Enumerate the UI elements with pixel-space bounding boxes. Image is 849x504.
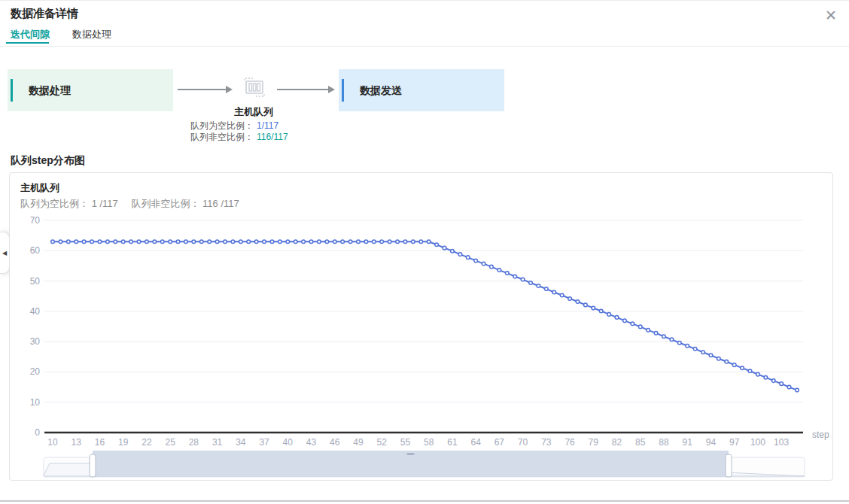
queue-nonempty-ratio-label: 队列非空比例： — [178, 132, 254, 143]
svg-text:13: 13 — [72, 437, 82, 448]
page-title: 数据准备详情 — [11, 7, 78, 21]
svg-text:16: 16 — [95, 437, 105, 448]
svg-text:70: 70 — [518, 437, 528, 448]
svg-text:103: 103 — [774, 437, 789, 448]
svg-text:40: 40 — [30, 306, 41, 317]
page-bottom-border — [0, 500, 849, 502]
svg-text:82: 82 — [612, 437, 622, 448]
svg-text:49: 49 — [353, 437, 364, 448]
svg-text:30: 30 — [30, 336, 41, 347]
svg-text:58: 58 — [424, 437, 434, 448]
queue-stats: 队列为空比例： 1/117 队列非空比例： 116/117 — [178, 120, 336, 143]
series-line — [53, 241, 797, 390]
svg-text:28: 28 — [189, 437, 199, 448]
svg-text:91: 91 — [683, 437, 693, 448]
accent-bar — [11, 79, 13, 102]
flow-arrow-2 — [277, 89, 328, 90]
close-icon[interactable]: ✕ — [825, 8, 837, 23]
svg-text:25: 25 — [165, 437, 175, 448]
svg-text:22: 22 — [142, 437, 152, 448]
svg-text:88: 88 — [659, 437, 669, 448]
svg-text:97: 97 — [729, 437, 740, 448]
svg-text:46: 46 — [330, 437, 340, 448]
flow-node-label: 数据发送 — [360, 69, 402, 111]
queue-empty-ratio-value: 1/117 — [257, 120, 278, 132]
flow-node-label: 数据处理 — [29, 69, 71, 111]
svg-text:31: 31 — [212, 437, 223, 448]
svg-text:0: 0 — [35, 427, 40, 438]
queue-step-line-chart[interactable]: 0102030405060701013161922252831343740434… — [10, 173, 834, 481]
svg-text:76: 76 — [564, 437, 575, 448]
x-axis-name: step — [812, 430, 829, 440]
svg-text:73: 73 — [541, 437, 552, 448]
svg-text:20: 20 — [30, 366, 41, 377]
tabs-divider — [0, 46, 849, 47]
svg-text:79: 79 — [589, 437, 599, 448]
svg-text:10: 10 — [30, 397, 41, 408]
svg-text:61: 61 — [447, 437, 458, 448]
svg-text:34: 34 — [236, 437, 246, 448]
section-title: 队列step分布图 — [11, 154, 85, 168]
datazoom-handle-left[interactable] — [90, 454, 96, 477]
series-points — [51, 240, 799, 392]
queue-icon[interactable] — [242, 76, 266, 100]
series-host-queue[interactable] — [51, 240, 799, 392]
x-axis-labels: 1013161922252831343740434649525558616467… — [47, 437, 789, 448]
flow-node-data-processing[interactable]: 数据处理 — [8, 69, 173, 111]
queue-step-chart-card: 主机队列 队列为空比例： 1 /117 队列非空比例： 116 /117 010… — [9, 172, 833, 481]
flow-node-data-send[interactable]: 数据发送 — [339, 69, 504, 111]
svg-text:94: 94 — [706, 437, 717, 448]
queue-nonempty-ratio-value: 116/117 — [257, 132, 288, 143]
svg-text:100: 100 — [750, 437, 765, 448]
tab-data-processing[interactable]: 数据处理 — [72, 28, 111, 47]
svg-text:40: 40 — [283, 437, 294, 448]
svg-text:37: 37 — [259, 437, 269, 448]
svg-text:85: 85 — [635, 437, 646, 448]
svg-text:19: 19 — [118, 437, 129, 448]
y-axis-labels: 010203040506070 — [30, 215, 41, 438]
tab-bar: 迭代间隙 数据处理 — [11, 28, 111, 47]
svg-text:64: 64 — [470, 437, 481, 448]
svg-text:67: 67 — [494, 437, 505, 448]
queue-empty-ratio-label: 队列为空比例： — [178, 120, 254, 132]
svg-text:52: 52 — [377, 437, 388, 448]
svg-text:43: 43 — [306, 437, 317, 448]
active-tab-underline — [6, 42, 49, 44]
flow-arrow-1 — [178, 89, 226, 90]
svg-text:70: 70 — [30, 215, 41, 226]
grid-lines — [44, 220, 803, 402]
datazoom-move-grip[interactable] — [407, 453, 415, 455]
svg-text:55: 55 — [400, 437, 411, 448]
tab-iteration-gap[interactable]: 迭代间隙 — [11, 28, 50, 47]
chevron-left-icon: ◀ — [2, 250, 7, 257]
queue-node-title: 主机队列 — [212, 105, 295, 119]
svg-text:60: 60 — [30, 245, 41, 256]
accent-bar — [342, 79, 344, 102]
svg-text:10: 10 — [47, 437, 58, 448]
svg-text:50: 50 — [30, 276, 41, 287]
data-preparation-detail-panel: 数据准备详情 ✕ 迭代间隙 数据处理 数据处理 主机队列 队列为空比例： 1/1… — [0, 0, 849, 504]
datazoom-handle-right[interactable] — [726, 454, 732, 477]
